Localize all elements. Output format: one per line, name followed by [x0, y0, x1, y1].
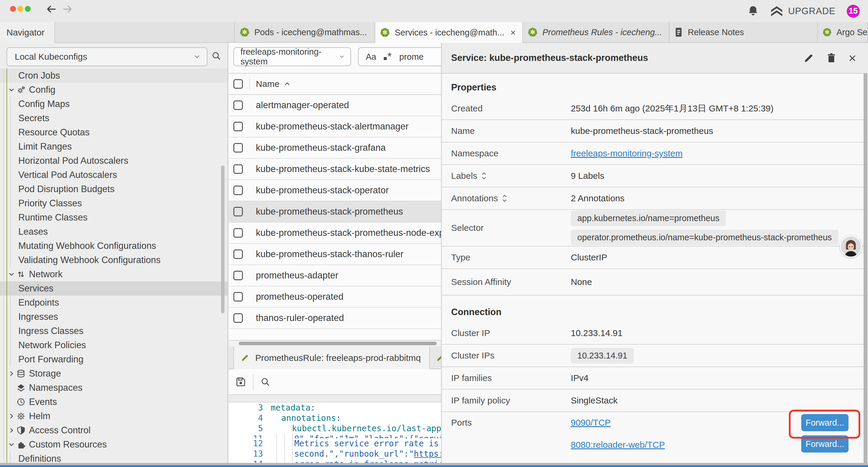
sidebar-item-namespaces[interactable]: Namespaces	[0, 381, 228, 395]
sidebar-item-port-forwarding[interactable]: Port Forwarding	[0, 352, 228, 367]
table-header[interactable]: Name	[229, 74, 441, 95]
name-column-header[interactable]: Name	[256, 79, 279, 89]
regex-toggle[interactable]: *	[384, 51, 392, 63]
upgrade-button[interactable]: UPGRADE	[770, 5, 836, 17]
tab-pods-icecheng-mathmas[interactable]: Pods - icecheng@mathmas...	[234, 22, 375, 42]
tab-navigator[interactable]: Navigator	[0, 22, 55, 43]
close-tab-icon[interactable]: ×	[510, 28, 516, 37]
editor-line-11[interactable]: 110","for":"1m","labels":{"service":"	[229, 434, 441, 438]
notification-count-badge[interactable]: 15	[847, 5, 860, 18]
row-checkbox[interactable]	[234, 250, 243, 259]
row-checkbox[interactable]	[234, 292, 243, 301]
forward-button-highlighted[interactable]: Forward...	[801, 414, 848, 431]
horizontal-scrollbar-thumb[interactable]	[239, 342, 437, 345]
tree-chevron[interactable]	[8, 370, 17, 377]
tab-prometheus-rules-icecheng[interactable]: Prometheus Rules - icecheng...	[523, 22, 670, 42]
sidebar-item-horizontal-pod-autoscalers[interactable]: Horizontal Pod Autoscalers	[0, 154, 228, 168]
sidebar-item-config-maps[interactable]: Config Maps	[0, 97, 228, 111]
table-row-kube-prometheus-stack-kube-state-metrics[interactable]: kube-prometheus-stack-kube-state-metrics	[229, 159, 441, 180]
close-panel-icon[interactable]: ×	[848, 52, 856, 65]
tab-release-notes[interactable]: Release Notes	[670, 22, 818, 42]
tree-chevron[interactable]	[8, 86, 17, 94]
sidebar-item-pod-disruption-budgets[interactable]: Pod Disruption Budgets	[0, 182, 228, 196]
table-row-kube-prometheus-stack-alertmanager[interactable]: kube-prometheus-stack-alertmanager	[229, 116, 441, 138]
table-row-kube-prometheus-stack-grafana[interactable]: kube-prometheus-stack-grafana	[229, 138, 441, 159]
editor-search-icon[interactable]	[260, 377, 271, 387]
sidebar-search-icon[interactable]	[211, 51, 222, 61]
row-checkbox[interactable]	[234, 100, 243, 110]
tab-argo-se[interactable]: Argo Se	[818, 22, 868, 42]
window-close-traffic-light[interactable]	[10, 6, 16, 12]
table-row-prometheus-adapter[interactable]: prometheus-adapter	[229, 265, 441, 286]
sidebar-item-resource-quotas[interactable]: Resource Quotas	[0, 125, 228, 140]
sidebar-item-validating-webhook-configurations[interactable]: Validating Webhook Configurations	[0, 253, 228, 267]
notifications-bell-icon[interactable]	[747, 5, 759, 18]
tree-chevron[interactable]	[8, 441, 17, 448]
row-checkbox[interactable]	[234, 143, 243, 152]
table-row-kube-prometheus-stack-thanos-ruler[interactable]: kube-prometheus-stack-thanos-ruler	[229, 244, 441, 265]
row-checkbox[interactable]	[234, 185, 243, 195]
editor-line-4[interactable]: 4annotations:	[229, 413, 441, 423]
namespace-link[interactable]: freeleaps-monitoring-system	[571, 148, 682, 158]
sidebar-item-storage[interactable]: Storage	[0, 367, 228, 381]
horizontal-scrollbar[interactable]	[229, 340, 441, 346]
sidebar-item-mutating-webhook-configurations[interactable]: Mutating Webhook Configurations	[0, 239, 228, 253]
select-all-checkbox[interactable]	[234, 79, 243, 89]
back-arrow-icon[interactable]	[45, 3, 57, 15]
sidebar-item-config[interactable]: Config	[0, 83, 228, 97]
sidebar-item-events[interactable]: Events	[0, 395, 228, 409]
table-row-prometheus-operated[interactable]: prometheus-operated	[229, 286, 441, 308]
sidebar-item-cron-jobs[interactable]: Cron Jobs	[0, 68, 228, 83]
tree-chevron[interactable]	[8, 270, 17, 278]
namespace-selector[interactable]: freeleaps-monitoring-system	[234, 47, 351, 66]
editor-line-5[interactable]: 5kubectl.kubernetes.io/last-applied-co	[229, 423, 441, 434]
editor-tab-2[interactable]	[430, 346, 441, 369]
row-checkbox[interactable]	[234, 122, 243, 131]
sidebar-item-limit-ranges[interactable]: Limit Ranges	[0, 140, 228, 154]
panel-scrollbar[interactable]	[864, 74, 867, 464]
table-row-kube-prometheus-stack-prometheus-node-expor[interactable]: kube-prometheus-stack-prometheus-node-ex…	[229, 223, 441, 244]
sidebar-item-ingress-classes[interactable]: Ingress Classes	[0, 324, 228, 338]
sidebar-item-ingresses[interactable]: Ingresses	[0, 310, 228, 324]
edit-pencil-icon[interactable]	[803, 53, 814, 64]
sidebar-item-priority-classes[interactable]: Priority Classes	[0, 196, 228, 210]
sidebar-item-network[interactable]: Network	[0, 267, 228, 282]
expand-collapse-icon[interactable]	[481, 171, 487, 181]
sidebar-item-network-policies[interactable]: Network Policies	[0, 338, 228, 352]
sidebar-item-secrets[interactable]: Secrets	[0, 111, 228, 125]
row-checkbox[interactable]	[234, 228, 243, 238]
editor-line-12[interactable]: 12Metrics service error rate is {{ $va	[229, 438, 441, 449]
tab-services-icecheng-math[interactable]: Services - icecheng@math...×	[375, 22, 523, 43]
expand-collapse-icon[interactable]	[501, 193, 508, 203]
match-case-toggle[interactable]: Aa	[366, 52, 376, 62]
window-minimize-traffic-light[interactable]	[18, 6, 23, 12]
sidebar-item-access-control[interactable]: Access Control	[0, 423, 228, 437]
save-icon[interactable]	[235, 376, 246, 387]
editor-tab-prometheusrule[interactable]: PrometheusRule: freeleaps-prod-rabbitmq	[234, 346, 430, 369]
row-checkbox[interactable]	[234, 313, 243, 323]
sidebar-item-vertical-pod-autoscalers[interactable]: Vertical Pod Autoscalers	[0, 168, 228, 182]
table-row-kube-prometheus-stack-operator[interactable]: kube-prometheus-stack-operator	[229, 180, 441, 201]
user-avatar[interactable]	[840, 236, 862, 258]
row-checkbox[interactable]	[234, 207, 243, 216]
editor-line-3[interactable]: 3metadata:	[229, 403, 441, 413]
window-zoom-traffic-light[interactable]	[25, 6, 31, 12]
row-checkbox[interactable]	[234, 164, 243, 174]
row-checkbox[interactable]	[234, 271, 243, 280]
sidebar-item-leases[interactable]: Leases	[0, 225, 228, 239]
forward-arrow-icon[interactable]	[61, 3, 74, 15]
delete-trash-icon[interactable]	[826, 52, 837, 64]
port-link[interactable]: 9090/TCP	[571, 418, 611, 428]
sidebar-item-services[interactable]: Services	[0, 282, 228, 296]
port-link[interactable]: 8080:reloader-web/TCP	[571, 440, 665, 450]
sidebar-item-helm[interactable]: Helm	[0, 409, 228, 423]
sidebar-item-custom-resources[interactable]: Custom Resources	[0, 437, 228, 451]
tree-chevron[interactable]	[8, 412, 17, 420]
table-row-alertmanager-operated[interactable]: alertmanager-operated	[229, 95, 441, 116]
sidebar-item-runtime-classes[interactable]: Runtime Classes	[0, 210, 228, 225]
editor-line-13[interactable]: 13second.","runbook_url":"https://net	[229, 449, 441, 459]
sidebar-item-endpoints[interactable]: Endpoints	[0, 296, 228, 310]
yaml-editor[interactable]: 3metadata:4annotations:5kubectl.kubernet…	[229, 403, 441, 465]
table-row-thanos-ruler-operated[interactable]: thanos-ruler-operated	[229, 308, 441, 329]
table-row-kube-prometheus-stack-prometheus[interactable]: kube-prometheus-stack-prometheus	[229, 201, 441, 223]
